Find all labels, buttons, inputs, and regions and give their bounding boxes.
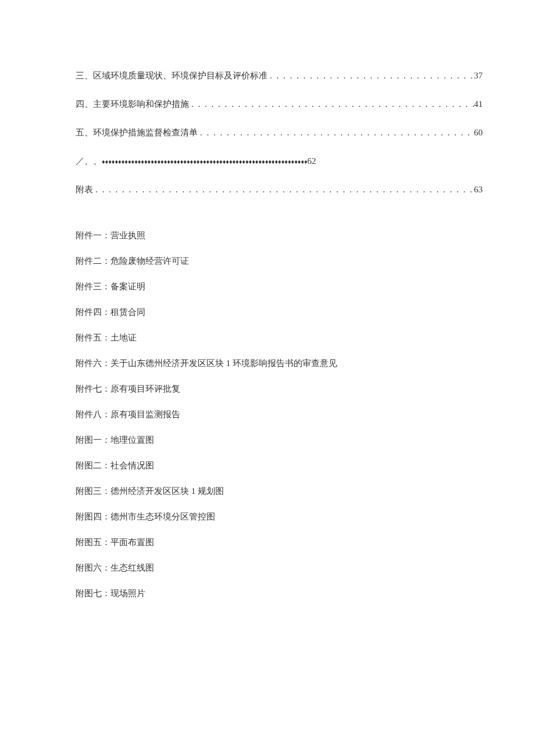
- attachment-entry: 附图七：现场照片: [76, 586, 483, 600]
- table-of-contents: 三、区域环境质量现状、环境保护目标及评价标准 . . . . . . . . .…: [76, 69, 483, 196]
- toc-page-number: 60: [474, 126, 483, 139]
- toc-page-number: 37: [474, 69, 483, 83]
- attachment-entry: 附图一：地理位置图: [76, 433, 483, 447]
- toc-entry: 三、区域环境质量现状、环境保护目标及评价标准 . . . . . . . . .…: [76, 69, 483, 83]
- toc-leader-dots: . . . . . . . . . . . . . . . . . . . . …: [268, 69, 474, 83]
- attachment-entry: 附件八：原有项目监测报告: [76, 407, 483, 421]
- attachment-entry: 附图三：德州经济开发区区块 1 规划图: [76, 484, 483, 498]
- toc-label: 五、环境保护措施监督检查清单: [76, 126, 198, 139]
- toc-entry: 四、主要环境影响和保护措施 . . . . . . . . . . . . . …: [76, 97, 483, 111]
- toc-page-number: 63: [474, 182, 483, 196]
- attachment-entry: 附图二：社会情况图: [76, 458, 483, 472]
- toc-entry-appendix: 附表 . . . . . . . . . . . . . . . . . . .…: [76, 182, 483, 196]
- attachment-entry: 附件二：危险废物经营许可证: [76, 254, 483, 268]
- toc-label-garbled-prefix: ／、、: [76, 154, 102, 168]
- attachment-entry: 附件一：营业执照: [76, 228, 483, 242]
- attachment-entry: 附图五：平面布置图: [76, 535, 483, 549]
- toc-label: 附表: [76, 182, 93, 196]
- attachment-entry: 附件四：租赁合同: [76, 305, 483, 319]
- attachment-entry: 附件三：备案证明: [76, 280, 483, 293]
- toc-page-number: 62: [308, 154, 316, 168]
- attachments-list: 附件一：营业执照 附件二：危险废物经营许可证 附件三：备案证明 附件四：租赁合同…: [76, 228, 483, 600]
- attachment-entry: 附件五：土地证: [76, 331, 483, 345]
- toc-entry-garbled: ／、、 ♦♦♦♦♦♦♦♦♦♦♦♦♦♦♦♦♦♦♦♦♦♦♦♦♦♦♦♦♦♦♦♦♦♦♦♦…: [76, 154, 483, 168]
- toc-leader-dots: . . . . . . . . . . . . . . . . . . . . …: [189, 97, 474, 111]
- toc-page-number: 41: [474, 97, 483, 111]
- toc-leader-dots: . . . . . . . . . . . . . . . . . . . . …: [93, 182, 474, 196]
- attachment-entry: 附图四：德州市生态环境分区管控图: [76, 510, 483, 524]
- attachment-entry: 附件六：关于山东德州经济开发区区块 1 环境影响报告书的审查意见: [76, 356, 483, 370]
- toc-label: 四、主要环境影响和保护措施: [76, 97, 189, 111]
- attachment-entry: 附件七：原有项目环评批复: [76, 382, 483, 396]
- toc-leader-diamonds: ♦♦♦♦♦♦♦♦♦♦♦♦♦♦♦♦♦♦♦♦♦♦♦♦♦♦♦♦♦♦♦♦♦♦♦♦♦♦♦♦…: [102, 157, 308, 167]
- attachment-entry: 附图六：生态红线图: [76, 561, 483, 575]
- toc-leader-dots: . . . . . . . . . . . . . . . . . . . . …: [198, 126, 474, 139]
- toc-entry: 五、环境保护措施监督检查清单 . . . . . . . . . . . . .…: [76, 126, 483, 139]
- toc-label: 三、区域环境质量现状、环境保护目标及评价标准: [76, 69, 268, 83]
